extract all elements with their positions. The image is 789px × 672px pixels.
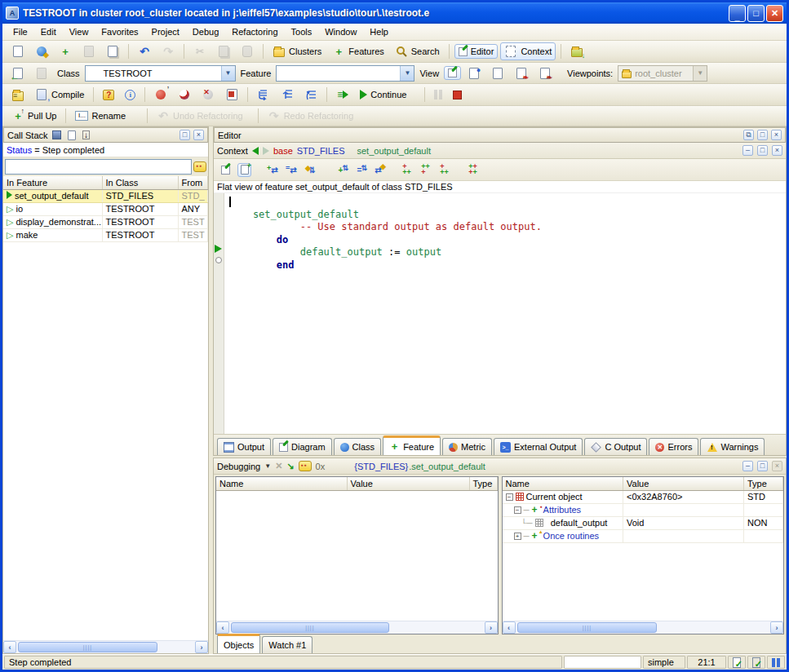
- col-in-class[interactable]: In Class: [102, 176, 178, 189]
- menu-tools[interactable]: Tools: [286, 25, 318, 38]
- run-button[interactable]: ≡: [332, 86, 353, 104]
- object-row-default-output[interactable]: └─default_output Void NON: [503, 516, 783, 529]
- context-toggle-button[interactable]: Context: [500, 42, 556, 60]
- step-over-button[interactable]: [277, 86, 298, 104]
- tab-output[interactable]: Output: [217, 438, 271, 455]
- watch-col-type[interactable]: Type: [469, 477, 497, 490]
- view-flat-button[interactable]: [487, 64, 508, 82]
- ancestor-tree-icon[interactable]: +++: [437, 163, 451, 177]
- save-stack-icon[interactable]: [51, 129, 63, 142]
- code-area[interactable]: set_output_default -- Use standard outpu…: [214, 193, 786, 434]
- watch-hscrollbar[interactable]: ‹ ›: [216, 621, 498, 634]
- call-stack-maximize-button[interactable]: □: [180, 130, 190, 140]
- object-row-once-routines[interactable]: +─+Once routines: [503, 529, 783, 542]
- feature-combobox[interactable]: ▼: [276, 65, 414, 82]
- view-contract-button[interactable]: ❧: [511, 64, 532, 82]
- clickable-view-icon[interactable]: +: [237, 163, 251, 177]
- scroll-right-icon[interactable]: ›: [770, 621, 783, 634]
- context-minimize-button[interactable]: –: [742, 145, 753, 156]
- features-button[interactable]: +Features: [328, 42, 388, 60]
- add-button[interactable]: +: [55, 42, 76, 60]
- copy-stack-icon[interactable]: [66, 129, 78, 142]
- melt-button[interactable]: ?: [99, 87, 118, 103]
- tab-warnings[interactable]: Warnings: [700, 438, 765, 455]
- crumb-feature[interactable]: set_output_default: [357, 146, 431, 156]
- editor-undock-button[interactable]: ⧉: [743, 130, 754, 140]
- send-to-editor-icon[interactable]: ↓: [81, 129, 92, 142]
- project-settings-button[interactable]: ≡: [7, 86, 29, 104]
- tab-diagram[interactable]: Diagram: [273, 438, 332, 455]
- menu-debug[interactable]: Debug: [187, 25, 224, 38]
- stack-filter-input[interactable]: [5, 159, 192, 175]
- call-stack-hscrollbar[interactable]: ‹ ›: [3, 640, 208, 653]
- scroll-left-icon[interactable]: ‹: [216, 621, 229, 634]
- debugging-close-button[interactable]: ×: [772, 461, 782, 471]
- maximize-button[interactable]: □: [747, 5, 765, 22]
- stack-row-current[interactable]: set_output_default STD_FILES STD_: [3, 189, 208, 202]
- watch-rows-empty[interactable]: [216, 491, 498, 621]
- scroll-left-icon[interactable]: ‹: [3, 641, 16, 653]
- editor-toggle-button[interactable]: Editor: [454, 44, 499, 59]
- tab-feature[interactable]: +Feature: [383, 435, 441, 455]
- rename-button[interactable]: I...Rename: [71, 108, 130, 123]
- history-back-button[interactable]: ←: [7, 64, 29, 82]
- menu-view[interactable]: View: [64, 25, 95, 38]
- copy-button[interactable]: [213, 42, 234, 60]
- tab-objects[interactable]: Objects: [217, 634, 260, 653]
- show-clients-icon[interactable]: ⇄+: [268, 163, 281, 177]
- scroll-right-icon[interactable]: ›: [195, 641, 208, 653]
- save-button[interactable]: [78, 42, 100, 60]
- context-back-icon[interactable]: [252, 147, 259, 155]
- tab-external-output[interactable]: >_External Output: [494, 438, 583, 455]
- tab-c-output[interactable]: C Output: [584, 438, 647, 455]
- class-combobox[interactable]: TESTROOT ▼: [85, 65, 236, 82]
- ancestors-icon[interactable]: +++: [400, 163, 414, 177]
- objects-col-type[interactable]: Type: [744, 477, 783, 490]
- new-document-button[interactable]: [7, 42, 29, 60]
- step-into-button[interactable]: [253, 86, 274, 104]
- pause-button[interactable]: [430, 87, 446, 102]
- view-interface-button[interactable]: ❧: [534, 64, 556, 82]
- redo-button[interactable]: ↷: [157, 42, 179, 60]
- debugging-dropdown-icon[interactable]: ▼: [264, 462, 271, 470]
- objects-rows-empty[interactable]: [503, 543, 784, 621]
- save-all-button[interactable]: [102, 42, 123, 60]
- breakpoint-slot-icon[interactable]: [215, 257, 222, 263]
- objects-col-value[interactable]: Value: [623, 477, 744, 490]
- crumb-class[interactable]: STD_FILES: [297, 146, 345, 156]
- pull-up-button[interactable]: +↑Pull Up: [7, 107, 60, 125]
- show-creators-icon[interactable]: ⇄◆: [371, 163, 385, 177]
- view-clickable-button[interactable]: ●: [463, 64, 485, 82]
- breakpoint-window-button[interactable]: [221, 86, 242, 104]
- tab-errors[interactable]: ✕Errors: [649, 438, 698, 455]
- exception-bubble-icon[interactable]: [193, 161, 206, 172]
- attach-icon[interactable]: ↘: [286, 461, 294, 471]
- menu-favorites[interactable]: Favorites: [95, 25, 144, 38]
- notes-bubble-icon[interactable]: [299, 461, 312, 471]
- watch-col-value[interactable]: Value: [347, 477, 469, 490]
- view-editor-button[interactable]: [444, 66, 461, 80]
- context-close-button[interactable]: ×: [772, 145, 782, 156]
- expand-icon[interactable]: +: [514, 533, 521, 540]
- delete-watch-icon[interactable]: ✕: [275, 461, 282, 471]
- collapse-icon[interactable]: −: [514, 506, 521, 514]
- watch-col-name[interactable]: Name: [216, 477, 347, 490]
- menu-window[interactable]: Window: [319, 25, 362, 38]
- undo-refactoring-button[interactable]: ↶Undo Refactoring: [153, 107, 247, 125]
- search-button[interactable]: Search: [391, 42, 444, 60]
- collapse-icon[interactable]: −: [506, 493, 513, 501]
- code-text[interactable]: set_output_default -- Use standard outpu…: [224, 193, 786, 434]
- step-out-button[interactable]: [300, 86, 321, 104]
- external-editor-button[interactable]: ↓: [566, 42, 587, 60]
- stop-button[interactable]: [449, 88, 466, 102]
- scroll-right-icon[interactable]: ›: [485, 621, 498, 634]
- stack-row[interactable]: ▷make TESTROOT TEST: [3, 228, 208, 241]
- stack-row[interactable]: ▷io TESTROOT ANY: [3, 202, 208, 215]
- disable-breakpoints-button[interactable]: [174, 86, 195, 104]
- editor-close-button[interactable]: ×: [771, 130, 782, 140]
- debugging-maximize-button[interactable]: □: [757, 461, 768, 471]
- paste-button[interactable]: [237, 42, 258, 60]
- open-button[interactable]: ◆: [31, 42, 52, 60]
- menu-refactoring[interactable]: Refactoring: [226, 25, 283, 38]
- feature-combo-arrow-icon[interactable]: ▼: [400, 66, 414, 81]
